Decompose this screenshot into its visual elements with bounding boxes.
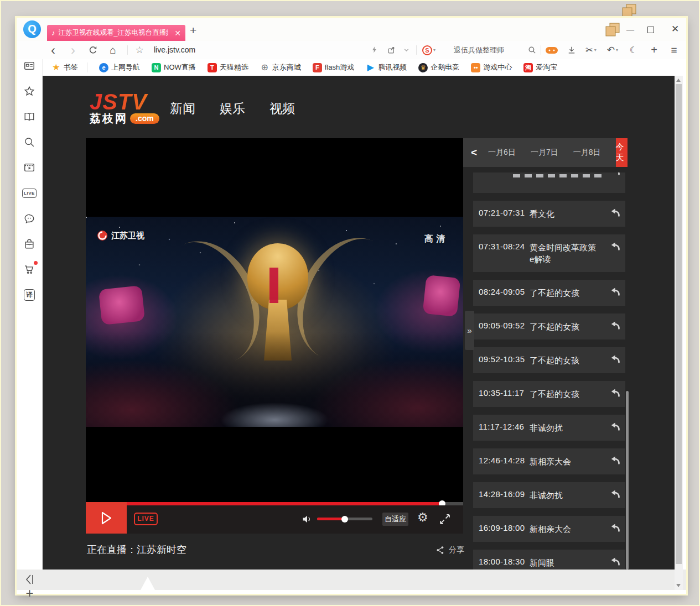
settings-gear-icon[interactable]: ⚙ [417,510,428,525]
share-button[interactable]: 分享 [435,545,464,556]
volume-icon[interactable] [300,513,314,528]
bookmark-item[interactable]: •• 游戏中心 [471,62,512,72]
bookmark-item[interactable]: ♛ 企鹅电竞 [418,62,459,72]
screenshot-scissors-icon[interactable]: ✂▾ [583,41,599,59]
schedule-row[interactable]: 12:46-14:28 新相亲大会 [473,448,625,474]
bookmark-item[interactable]: T 天猫精选 [208,62,248,72]
game-controller-icon[interactable] [543,41,560,59]
bookmark-item[interactable]: 淘 爱淘宝 [523,62,557,72]
schedule-row[interactable]: 07:21-07:31 看文化 [473,201,625,227]
replay-icon[interactable] [609,454,621,468]
schedule-tab-jan8[interactable]: 一月8日 [573,148,601,158]
bookmark-label: 爱淘宝 [536,62,557,72]
search-icon[interactable] [525,41,539,59]
tab-close-icon[interactable]: ✕ [174,29,181,38]
play-button[interactable] [86,502,127,534]
site-logo[interactable]: JSTV 荔枝网 .com [90,91,159,126]
bookmark-item[interactable]: ▶ 腾讯视频 [366,62,407,72]
bookmark-item[interactable]: N NOW直播 [152,62,196,72]
schedule-time: 07:31-08:24 [479,242,530,265]
schedule-tab-jan6[interactable]: 一月6日 [488,148,516,158]
replay-icon[interactable] [609,241,621,254]
replay-icon[interactable] [609,522,621,536]
minimize-button[interactable]: — [624,24,636,35]
schedule-row[interactable]: 18:00-18:30 新闻眼 [473,550,625,570]
favorites-star-icon[interactable] [17,79,42,104]
sogou-search-icon[interactable]: S▾ [422,41,436,59]
search-sidebar-icon[interactable] [17,129,42,155]
schedule-prev-arrow[interactable]: < [471,147,477,159]
nav-news[interactable]: 新闻 [170,100,195,117]
schedule-tab-today[interactable]: 今天 [616,138,628,167]
address-bar[interactable]: live.jstv.com [154,41,195,59]
schedule-row[interactable]: 09:05-09:52 了不起的女孩 [473,314,625,339]
volume-knob[interactable] [341,516,348,523]
schedule-scrollbar-thumb[interactable] [626,391,629,570]
translate-icon[interactable]: 译 [17,282,42,307]
bookmark-star-icon[interactable]: ☆ [133,41,146,59]
schedule-row[interactable]: 14:28-16:09 非诚勿扰 [473,482,625,508]
bookmark-item[interactable]: ⊕ 京东商城 [260,62,301,72]
browser-scrollbar[interactable] [675,76,683,590]
replay-icon[interactable] [609,387,621,401]
nav-entertainment[interactable]: 娱乐 [220,100,245,117]
chevron-down-icon[interactable] [401,41,412,59]
replay-icon[interactable] [609,286,621,300]
replay-icon[interactable] [609,207,621,221]
close-button[interactable]: ✕ [669,23,681,35]
reading-book-icon[interactable] [17,104,42,129]
maximize-button[interactable] [647,27,654,33]
video-window-icon[interactable] [17,155,42,180]
browser-logo-icon[interactable]: Q [23,20,41,38]
bookmark-item[interactable]: F flash游戏 [313,62,354,72]
video-frame[interactable]: 江苏卫视 高清 [86,217,463,427]
schedule-row[interactable]: 09:52-10:35 了不起的女孩 [473,347,625,373]
quality-badge: 高清 [424,233,448,245]
schedule-row[interactable] [473,173,625,193]
scrollbar-thumb[interactable] [676,84,682,564]
live-tv-icon[interactable]: LIVE [17,180,42,206]
new-tab-button[interactable]: + [190,24,196,37]
undo-icon[interactable]: ↶▾ [604,41,621,59]
browser-window: Q ♪ 江苏卫视在线观看_江苏电视台直播频 ✕ + — ✕ ‹ › ⌂ [17,18,686,594]
refresh-button[interactable] [86,41,100,59]
shopping-cart-icon[interactable] [17,257,42,282]
briefcase-icon[interactable] [17,231,42,257]
nav-video[interactable]: 视频 [269,100,295,117]
home-button[interactable]: ⌂ [106,41,120,59]
feed-card-icon[interactable] [17,53,42,79]
schedule-row[interactable]: 08:24-09:05 了不起的女孩 [473,280,625,306]
share-page-icon[interactable] [385,41,397,59]
replay-icon[interactable] [609,556,621,570]
bookmark-item[interactable]: ★ 书签 [51,62,87,72]
replay-icon[interactable] [609,173,621,179]
schedule-row[interactable]: 16:09-18:00 新相亲大会 [473,516,625,542]
replay-icon[interactable] [609,320,621,333]
download-icon[interactable] [564,41,579,59]
schedule-row[interactable]: 10:35-11:17 了不起的女孩 [473,381,625,407]
fullscreen-icon[interactable] [438,513,452,528]
replay-icon[interactable] [609,353,621,367]
replay-icon[interactable] [609,488,621,502]
menu-icon[interactable]: ≡ [667,41,681,59]
scroll-down-arrow[interactable] [676,584,681,587]
collapse-sidebar-icon[interactable] [24,573,36,586]
chat-bubble-icon[interactable] [17,206,42,231]
night-mode-moon-icon[interactable]: ☾ [627,41,640,59]
back-button[interactable]: ‹ [47,41,59,59]
volume-slider[interactable] [317,518,372,520]
schedule-tab-jan7[interactable]: 一月7日 [531,148,558,158]
schedule-expander[interactable]: » [465,311,474,350]
schedule-row[interactable]: 11:17-12:46 非诚勿扰 [473,415,625,441]
video-player[interactable]: 江苏卫视 高清 LIVE [86,138,463,534]
add-icon[interactable]: + [647,41,661,59]
flash-bolt-icon[interactable] [369,41,380,59]
replay-icon[interactable] [609,421,621,435]
forward-button[interactable]: › [67,41,79,59]
adaptive-quality-button[interactable]: 自适应 [382,513,408,526]
search-suggestion[interactable]: 退伍兵做整理师 [454,41,504,59]
bookmark-item[interactable]: e 上网导航 [99,62,140,72]
browser-tab[interactable]: ♪ 江苏卫视在线观看_江苏电视台直播频 ✕ [47,25,185,41]
scroll-up-arrow[interactable] [676,79,681,82]
schedule-row[interactable]: 07:31-08:24 黄金时间改革政策e解读 [473,234,625,272]
